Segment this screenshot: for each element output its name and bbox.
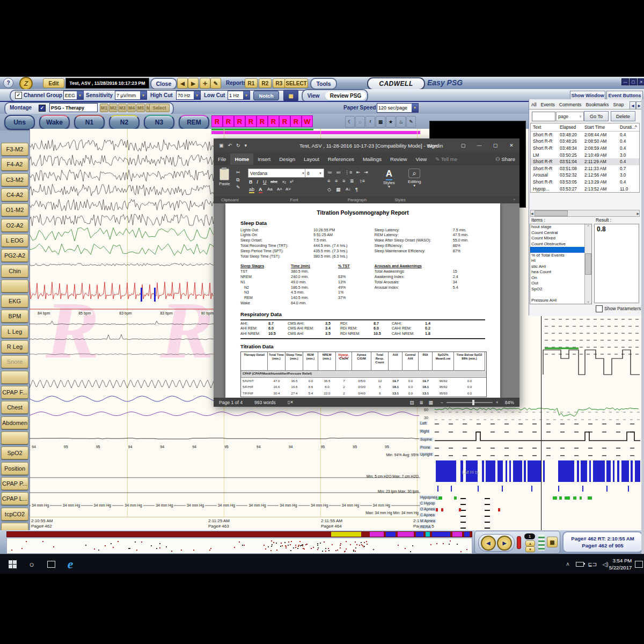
stage-button[interactable]: N3: [144, 115, 174, 130]
channel-group-checkbox[interactable]: ✓: [15, 92, 22, 99]
bold-icon[interactable]: B: [249, 179, 253, 185]
tabs-left-icon[interactable]: ◀: [630, 101, 636, 109]
montage-preset-button[interactable]: M3: [118, 104, 127, 112]
ribbon-tab[interactable]: View: [412, 153, 431, 165]
ribbon-tab[interactable]: Mailings: [358, 153, 386, 165]
highlight-icon[interactable]: ab: [249, 187, 254, 193]
event-row[interactable]: LM 03:50:25 2:10:49 AM 3.0: [531, 152, 639, 159]
word-count[interactable]: 993 words: [254, 400, 276, 405]
edit-button[interactable]: Edit: [43, 78, 64, 88]
shading-icon[interactable]: ◇: [327, 187, 331, 192]
line-spacing-icon[interactable]: ↕≡: [360, 178, 365, 184]
undo-icon[interactable]: ↶: [228, 143, 232, 148]
align-left-icon[interactable]: ≡: [327, 178, 330, 184]
scroll-thumb[interactable]: [535, 210, 568, 216]
scroll-up-icon[interactable]: ˄: [587, 224, 589, 228]
word-titlebar[interactable]: ▣ ↶ ↻ ▾ Test, ASV , 11-28-2016 10-17-23 …: [214, 138, 519, 152]
report-select-button[interactable]: SELECT: [284, 78, 308, 88]
tool-icon[interactable]: ♨: [396, 116, 406, 128]
italic-icon[interactable]: I: [257, 179, 258, 185]
list-item[interactable]: On: [530, 275, 584, 281]
col-text[interactable]: Text: [533, 125, 560, 130]
stage-strip-cell[interactable]: R: [290, 115, 302, 127]
numbering-icon[interactable]: ≕: [336, 170, 341, 175]
paper-speed-select[interactable]: 120 sec/page▼: [377, 103, 419, 113]
report-button[interactable]: R1: [245, 78, 258, 88]
justify-icon[interactable]: ≣: [350, 178, 354, 184]
draw-tool-icon[interactable]: ✎: [210, 78, 221, 89]
review-psg-tab[interactable]: Review PSG: [325, 92, 366, 100]
list-item[interactable]: [530, 292, 584, 298]
col-duration[interactable]: Durati...: [620, 125, 635, 130]
list-item[interactable]: hea Count: [530, 269, 584, 275]
tool-icon[interactable]: ▦: [376, 116, 385, 128]
channel-label[interactable]: Chest: [1, 401, 28, 414]
list-item[interactable]: Count Mixed: [530, 236, 584, 241]
report-button[interactable]: R3: [273, 78, 286, 88]
stage-strip-cell[interactable]: R: [245, 115, 257, 127]
sort-icon[interactable]: ^: [635, 125, 640, 130]
multilevel-icon[interactable]: ⋮≡: [345, 170, 352, 175]
scroll-left-icon[interactable]: ◀: [531, 211, 533, 215]
stage-strip-cell[interactable]: R: [257, 115, 268, 127]
stage-strip-cell[interactable]: R: [223, 115, 234, 127]
channel-label[interactable]: L Leg: [1, 325, 28, 338]
montage-checkbox[interactable]: ✓: [39, 105, 46, 112]
change-case-icon[interactable]: Aa: [267, 187, 273, 192]
recording-timeline[interactable]: [6, 531, 472, 537]
channel-label[interactable]: Chin: [1, 265, 28, 277]
chevron-down-icon[interactable]: ▼: [77, 91, 83, 99]
step-up-icon[interactable]: ▲: [525, 540, 535, 546]
maximize-icon[interactable]: ▢: [630, 78, 637, 85]
montage-preset-button[interactable]: M1: [100, 104, 108, 112]
zoom-thumb[interactable]: [472, 400, 474, 405]
stage-button[interactable]: N1: [74, 115, 105, 130]
increase-indent-icon[interactable]: ⇥: [364, 170, 368, 175]
share-button[interactable]: ⚇ Share: [491, 153, 519, 165]
tool-icon[interactable]: ᶻ: [365, 116, 375, 128]
sort-icon[interactable]: A↓: [346, 187, 350, 192]
task-view-button[interactable]: [43, 554, 59, 574]
editing-group[interactable]: ⌕ Editing ▼: [408, 169, 421, 187]
close-icon[interactable]: ✕: [503, 143, 519, 148]
snapshot-icon[interactable]: ▦: [547, 537, 558, 547]
decrease-indent-icon[interactable]: ⇤: [356, 170, 361, 175]
channel-label[interactable]: Position: [1, 462, 28, 475]
channel-label[interactable]: F3-M2: [1, 143, 28, 156]
paragraph-mark-icon[interactable]: ¶: [355, 187, 358, 192]
montage-select[interactable]: PSG - Therapy: [49, 103, 98, 112]
col-elapsed[interactable]: Elapsed: [560, 125, 584, 130]
subscript-icon[interactable]: x₂: [282, 179, 286, 184]
strikethrough-icon[interactable]: abc: [270, 179, 277, 184]
save-icon[interactable]: ▣: [219, 143, 224, 148]
read-mode-icon[interactable]: ▤: [409, 400, 414, 405]
maximize-icon[interactable]: ▢: [487, 143, 503, 148]
font-color-icon[interactable]: A: [259, 187, 262, 193]
events-hscrollbar[interactable]: ◀▶: [530, 210, 640, 217]
ribbon-tab[interactable]: Insert: [253, 153, 275, 165]
channel-label[interactable]: O2-A2: [1, 219, 28, 232]
montage-select-button[interactable]: Select: [149, 104, 170, 112]
font-name-select[interactable]: Verdana▼: [248, 169, 307, 178]
list-item[interactable]: Out: [530, 281, 584, 287]
ribbon-tab[interactable]: Design: [275, 153, 299, 165]
list-item[interactable]: HI: [530, 258, 584, 264]
event-row[interactable]: Short R-R 03:51:04 2:11:29 AM 0.4: [531, 158, 639, 165]
events-tab[interactable]: All: [529, 101, 539, 109]
chevron-down-icon[interactable]: ▼: [412, 104, 418, 112]
step-down-icon[interactable]: ▼: [525, 546, 535, 552]
close-icon[interactable]: ✕: [638, 78, 644, 85]
tool-icon[interactable]: ★: [386, 116, 396, 128]
channel-label[interactable]: CPAP L...: [1, 492, 28, 505]
list-item[interactable]: Count Obstructive: [530, 241, 584, 247]
montage-preset-button[interactable]: M4: [127, 104, 136, 112]
tools-button[interactable]: Tools: [310, 78, 337, 90]
cut-icon[interactable]: ✂: [236, 170, 240, 175]
right-scrollbar[interactable]: [641, 99, 644, 554]
ribbon-tab[interactable]: Layout: [299, 153, 324, 165]
bullets-icon[interactable]: ≔: [327, 170, 332, 175]
goto-unit-select[interactable]: page∨: [556, 112, 584, 121]
font-size-select[interactable]: 8▼: [305, 169, 324, 178]
zoom-level[interactable]: 84%: [505, 400, 514, 405]
items-vscrollbar[interactable]: ˄˅: [584, 224, 591, 304]
